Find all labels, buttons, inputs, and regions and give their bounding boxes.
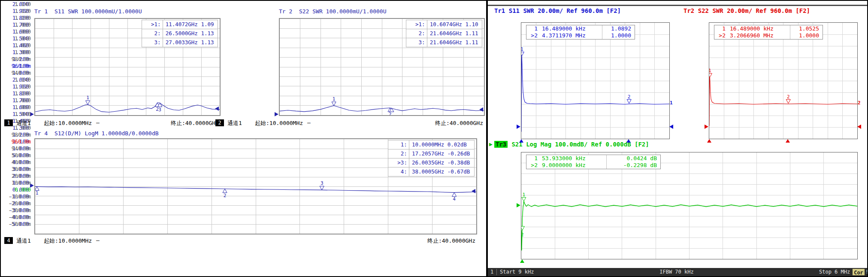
marker-axis-position-icon <box>626 139 631 143</box>
y-axis-tick-label: 1.100 <box>1 90 31 97</box>
trace-marker-triangle-icon <box>522 198 526 201</box>
y-axis-tick-label: 200.0m <box>1 173 31 180</box>
marker-axis-position-icon <box>519 139 523 143</box>
marker-box-row: >23.2066960 MHz1.0000 <box>714 32 823 39</box>
trace-number-label: 2 <box>858 100 861 106</box>
tr1-title[interactable]: Tr1 S11 SWR 20.00m/ Ref 960.0m [F2] <box>494 7 621 14</box>
tr3-marker-info-box: 153.933000 kHz0.0424 dB>29.0000000 kHz-0… <box>526 155 661 169</box>
trace-number-label: 1 <box>670 100 673 106</box>
marker-number: >2 <box>526 32 538 39</box>
y-axis-tick-label: 960.0m <box>1 138 31 145</box>
marker-value: 0.0424 dB <box>606 155 660 162</box>
y-axis-tick-label: 1.020 <box>1 42 31 49</box>
y-axis-tick-label: 1.140 <box>1 76 31 83</box>
y-axis-tick-label: 1.120 <box>1 8 31 15</box>
marker-axis-position-icon <box>707 139 711 143</box>
vna-dual-screenshot: Tr 1 S11 SWR 100.0000mU/1.0000U Tr 2 S22… <box>0 0 868 277</box>
tr2-marker-info-box: 116.489000 kHz1.0525>23.2066960 MHz1.000… <box>714 25 823 40</box>
y-axis-tick-label: 1.080 <box>1 21 31 28</box>
trace-marker-number: 1 <box>709 68 711 73</box>
reference-level-arrow-icon <box>517 125 520 129</box>
y-axis-tick-label: 100.0m <box>1 180 31 186</box>
status-channel-number: 1 <box>490 268 493 276</box>
y-axis-tick-label: 1.060 <box>1 104 31 111</box>
marker-frequency: 53.933000 kHz <box>538 155 606 162</box>
tr1-marker-info-box: 116.489000 kHz1.0892>24.3711970 MHz1.000… <box>526 25 635 40</box>
reference-level-arrow-icon <box>705 125 708 129</box>
right-screen-top-border <box>488 5 867 6</box>
y-axis-tick-label: 1.020 <box>1 118 31 125</box>
marker-frequency: 16.489000 kHz <box>538 25 602 32</box>
marker-frequency: 4.3711970 MHz <box>538 32 602 39</box>
y-axis-tick-label: 1.080 <box>1 97 31 104</box>
trace-marker-number: 2 <box>521 232 524 237</box>
marker-value: 1.0892 <box>602 25 635 32</box>
right-analyzer-screen: Tr1 S11 SWR 20.00m/ Ref 960.0m [F2] Tr2 … <box>1 1 867 276</box>
y-axis-tick-label: 1.100 <box>1 15 31 21</box>
y-axis-tick-label: 980.0m <box>1 56 31 63</box>
y-axis-tick-label: 1.040 <box>1 35 31 42</box>
active-trace-pointer-icon: ▶ <box>489 141 493 147</box>
marker-number: >2 <box>526 162 538 169</box>
y-axis-tick-label: 1.120 <box>1 83 31 90</box>
marker-box-row: 153.933000 kHz0.0424 dB <box>526 155 660 162</box>
reference-level-arrow-icon <box>857 125 861 129</box>
trace-marker-triangle-icon <box>709 73 712 77</box>
trace-marker-number: 2 <box>787 94 790 100</box>
y-axis-tick-label: 300.0m <box>1 166 31 173</box>
status-start-frequency[interactable]: Start 9 kHz <box>500 268 534 276</box>
y-axis-tick-label: 400.0m <box>1 159 31 166</box>
trace-marker-triangle-icon <box>786 100 790 103</box>
trace-marker-number: 1 <box>523 192 526 198</box>
correction-status-badge: Cor <box>853 269 865 275</box>
y-axis-tick-label: 940.0m <box>1 145 31 152</box>
marker-frequency: 16.489000 kHz <box>726 25 790 32</box>
y-axis-tick-label: -300.0m <box>1 207 31 214</box>
trace-marker-triangle-icon <box>521 52 524 56</box>
y-axis-tick-label: 1.060 <box>1 28 31 35</box>
right-s11-swr-plot[interactable]: 12 <box>521 22 670 139</box>
y-axis-tick-label: 1.000 <box>1 49 31 56</box>
trace-marker-triangle-icon <box>521 226 524 230</box>
marker-frequency: 9.0000000 kHz <box>538 162 606 169</box>
trace-marker-number: 2 <box>628 94 631 100</box>
marker-value: 1.0000 <box>602 32 635 39</box>
y-axis-tick-label: 1.000 <box>1 125 31 131</box>
marker-number: 1 <box>526 25 538 32</box>
plot-grid-and-trace: 12 <box>709 23 857 139</box>
status-bar: 1 Start 9 kHz IFBW 70 kHz Stop 6 MHz Cor… <box>488 268 867 276</box>
y-axis-tick-label: 940.0m <box>1 70 31 76</box>
reference-level-arrow-icon <box>517 203 520 207</box>
marker-box-row: 116.489000 kHz1.0892 <box>526 25 635 32</box>
tr3-badge[interactable]: Tr3 <box>494 141 508 148</box>
status-stop-frequency[interactable]: Stop 6 MHz <box>819 268 850 276</box>
marker-frequency: 3.2066960 MHz <box>726 32 790 39</box>
reference-level-arrow-icon <box>669 125 673 129</box>
marker-box-row: >29.0000000 kHz-0.2298 dB <box>526 162 660 169</box>
y-axis-tick-label: -200.0m <box>1 200 31 207</box>
y-axis-tick-label: -100.0m <box>1 193 31 200</box>
marker-number: 1 <box>526 155 538 162</box>
marker-box-row: 116.489000 kHz1.0525 <box>714 25 823 32</box>
y-axis-tick-label: 1.140 <box>1 1 31 8</box>
y-axis-tick-label: 0.000 <box>1 186 31 193</box>
y-axis-tick-label: 1.040 <box>1 111 31 118</box>
status-divider <box>496 269 497 275</box>
marker-value: 1.0525 <box>790 25 823 32</box>
tr2-title[interactable]: Tr2 S22 SWR 20.00m/ Ref 960.0m [F2] <box>684 7 810 14</box>
y-axis-tick-label: -500.0m <box>1 221 31 228</box>
alert-indicator: ! <box>865 268 868 276</box>
status-ifbw[interactable]: IFBW 70 kHz <box>634 268 720 276</box>
plot-grid-and-trace: 12 <box>521 23 669 139</box>
y-axis-tick-label: -400.0m <box>1 214 31 221</box>
marker-axis-position-icon <box>520 259 524 263</box>
marker-axis-position-icon <box>786 139 790 143</box>
y-axis-tick-label: 500.0m <box>1 152 31 159</box>
marker-number: >2 <box>714 32 726 39</box>
marker-box-row: >24.3711970 MHz1.0000 <box>526 32 635 39</box>
marker-value: -0.2298 dB <box>606 162 660 169</box>
trace-marker-number: 1 <box>521 46 523 52</box>
marker-value: 1.0000 <box>790 32 823 39</box>
y-axis-tick-label: 960.0m <box>1 63 31 70</box>
right-s22-swr-plot[interactable]: 12 <box>709 22 858 139</box>
